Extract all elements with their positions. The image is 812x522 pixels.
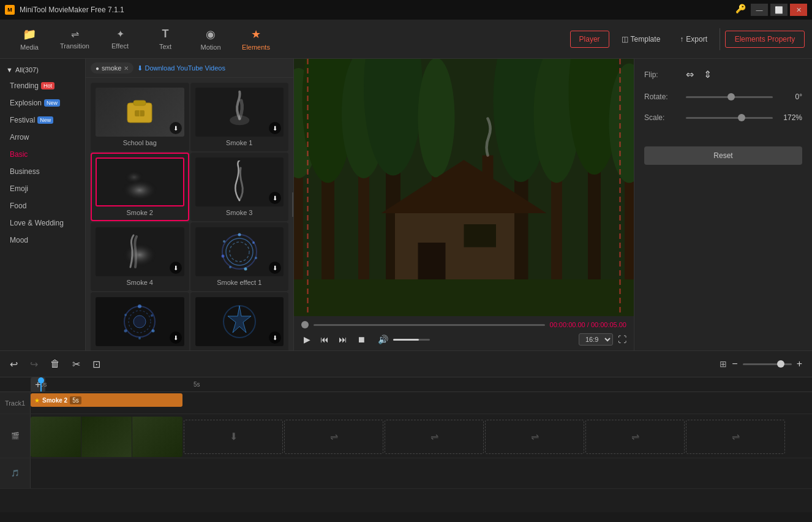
rotate-slider[interactable] [686,96,773,98]
element-card-smoke1[interactable]: ⬇ Smoke 1 [190,83,289,151]
sidebar-item-mood[interactable]: Mood [0,232,85,249]
toolbar-text[interactable]: T Text [143,22,187,56]
elements-property-button[interactable]: Elements Property [725,31,805,48]
placeholder-2[interactable]: ⇌ [385,420,484,454]
delete-button[interactable]: 🗑 [48,356,62,372]
ratio-select[interactable]: 16:9 9:16 4:3 1:1 21:9 [579,333,613,346]
zoom-fit-icon[interactable]: ⊞ [720,359,727,369]
element-card-smoke3[interactable]: ⬇ Smoke 3 [190,153,289,221]
zoom-thumb[interactable] [777,360,784,368]
placeholder-3[interactable]: ⇌ [485,420,584,454]
scale-thumb[interactable] [738,114,745,121]
download-btn-smoke3[interactable]: ⬇ [269,192,281,204]
placeholder-download[interactable]: ⬇ [184,420,283,454]
download-btn-schoolbag[interactable]: ⬇ [170,122,182,134]
export-button[interactable]: ↑ Export [672,31,715,47]
placeholder-4[interactable]: ⇌ [585,420,685,454]
element-label-smoke2: Smoke 2 [96,209,184,216]
crop-button[interactable]: ⊡ [90,356,103,373]
sidebar-item-food[interactable]: Food [0,197,85,214]
sidebar-item-trending[interactable]: Trending Hot [0,77,85,94]
track-element-duration: 5s [70,396,81,404]
placeholder-1[interactable]: ⇌ [284,420,383,454]
player-button[interactable]: Player [570,31,609,48]
playhead[interactable] [40,377,42,392]
reset-button[interactable]: Reset [644,146,802,165]
sidebar-item-basic[interactable]: Basic [0,146,85,163]
track-label-audio[interactable]: 🎵 [0,458,31,488]
play-button[interactable]: ▶ [301,333,313,346]
sidebar-item-emoji[interactable]: Emoji [0,180,85,197]
redo-button[interactable]: ↪ [28,356,40,373]
window-controls: 🔑 — ⬜ ✕ [735,4,807,16]
undo-button[interactable]: ↩ [7,356,20,373]
track-row-overlay: Track1 ★ Smoke 2 5s [0,392,812,414]
placeholder-5[interactable]: ⇌ [686,420,785,454]
svg-point-23 [152,330,155,333]
sidebar-item-arrow[interactable]: Arrow [0,129,85,146]
download-btn-bottom2[interactable]: ⬇ [269,331,281,344]
download-btn-seffect1[interactable]: ⬇ [269,262,281,274]
download-btn-bottom1[interactable]: ⬇ [170,331,182,344]
close-button[interactable]: ✕ [790,4,807,16]
main-toolbar: 📁 Media ⇌ Transition ✦ Effect T Text ◉ M… [0,20,812,59]
toolbar-transition[interactable]: ⇌ Transition [53,22,97,56]
sidebar-item-business[interactable]: Business [0,163,85,180]
stop-button[interactable]: ⏹ [355,333,368,346]
svg-point-8 [222,235,257,269]
video-clip[interactable] [31,417,182,457]
zoom-in-button[interactable]: + [794,356,805,372]
motion-icon: ◉ [206,28,216,41]
sidebar-item-festival[interactable]: Festival New [0,112,85,129]
template-button[interactable]: ◫ Template [614,31,668,47]
smoke-tab-close[interactable]: ✕ [124,65,129,72]
toolbar-media[interactable]: 📁 Media [7,22,51,56]
rotate-value: 0° [778,93,802,101]
scale-slider[interactable] [686,117,773,119]
scale-row: Scale: 172% [644,113,802,122]
zoom-track[interactable] [743,363,792,365]
track-element-smoke2[interactable]: ★ Smoke 2 5s [31,393,182,407]
track-row-audio: 🎵 [0,458,812,489]
element-card-bottom2[interactable]: ⬇ [190,292,289,350]
toolbar-effect[interactable]: ✦ Effect [98,22,142,56]
sidebar-header[interactable]: ▼ All(307) [0,64,85,77]
flip-vertical-button[interactable]: ⇕ [704,69,712,80]
step-forward-button[interactable]: ⏭ [336,333,350,346]
download-btn-smoke1[interactable]: ⬇ [269,122,281,134]
minimize-button[interactable]: — [751,4,768,16]
element-label-smoke4: Smoke 4 [96,279,184,286]
element-card-seffect1[interactable]: ⬇ Smoke effect 1 [190,222,289,291]
rotate-row: Rotate: 0° [644,93,802,101]
settings-icon[interactable]: 🔑 [735,4,746,16]
zoom-controls: ⊞ − + [720,356,805,372]
fullscreen-button[interactable]: ⛶ [618,335,626,344]
volume-icon[interactable]: 🔊 [375,333,391,346]
flip-controls: ⇔ ⇕ [686,69,802,80]
volume-track[interactable] [393,339,430,341]
toolbar-elements[interactable]: ★ Elements [234,22,278,56]
flip-horizontal-button[interactable]: ⇔ [686,69,694,80]
toolbar-motion[interactable]: ◉ Motion [189,22,233,56]
sidebar-item-love[interactable]: Love & Wedding [0,214,85,232]
timeline-header: + 0s 5s [0,377,812,392]
progress-bar[interactable]: 00:00:00.00 / 00:00:05.00 [301,319,626,331]
rotate-thumb[interactable] [727,93,735,100]
element-card-schoolbag[interactable]: ⬇ School bag [91,83,189,151]
maximize-button[interactable]: ⬜ [770,4,788,16]
panel-tab-smoke[interactable]: ● smoke ✕ [91,62,133,74]
track-content-audio [31,458,812,488]
track-label-video[interactable]: 🎬 [0,414,31,458]
cut-button[interactable]: ✂ [70,356,83,373]
download-btn-smoke4[interactable]: ⬇ [170,262,182,274]
element-card-bottom1[interactable]: ⬇ [91,292,189,350]
progress-track[interactable] [314,324,545,326]
sidebar-item-explosion[interactable]: Explosion New [0,94,85,112]
download-link[interactable]: ⬇ Download YouTube Videos [137,64,225,72]
step-back-button[interactable]: ⏮ [318,333,331,346]
element-label-smoke3: Smoke 3 [195,209,284,216]
zoom-out-button[interactable]: − [729,356,740,372]
progress-handle[interactable] [301,321,309,328]
element-card-smoke4[interactable]: ⬇ Smoke 4 [91,222,189,291]
element-card-smoke2[interactable]: Smoke 2 [91,153,189,221]
